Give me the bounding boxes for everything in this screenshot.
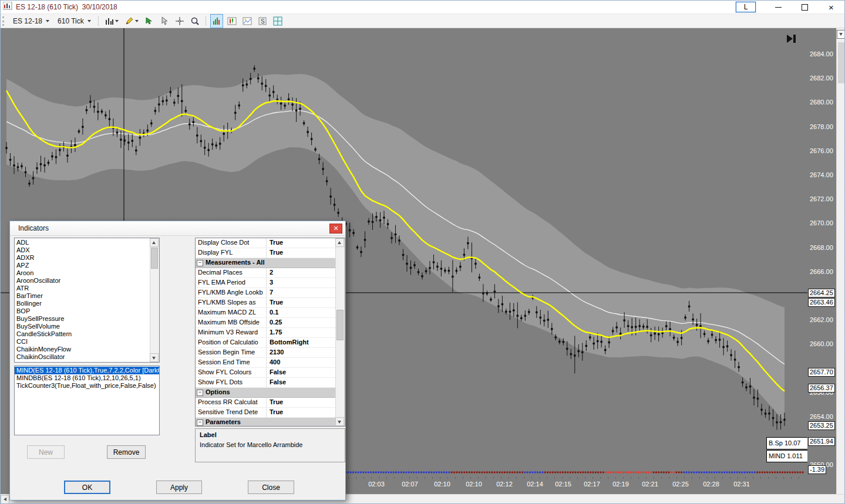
scroll-left-button[interactable] [1,495,9,504]
property-value[interactable]: False [267,378,336,387]
close-button[interactable]: × [818,1,844,13]
property-section-header[interactable]: −Parameters [196,418,336,427]
active-indicator-item[interactable]: TickCounter3(True,Float_with_price,False… [15,382,159,390]
available-indicator-item[interactable]: ChaikinOscillator [15,353,150,361]
scrollbar-thumb[interactable] [151,248,158,269]
available-indicator-item[interactable]: ATR [15,285,150,292]
minimize-button[interactable] [765,1,792,13]
chart-style-icon[interactable] [103,14,120,28]
property-value[interactable]: 7 [267,288,336,297]
property-row[interactable]: Display Close DotTrue [196,238,336,248]
property-row[interactable]: FYL/KMB Angle Lookb7 [196,288,336,298]
available-indicator-item[interactable]: ADX [15,246,150,254]
scroll-up-button[interactable] [150,238,159,247]
toolbar-grip[interactable] [2,16,6,26]
vertical-scrollbar[interactable] [836,28,845,494]
property-value[interactable]: True [267,238,336,248]
property-value[interactable]: 2130 [267,348,336,357]
available-indicators-list[interactable]: ADLADXADXRAPZAroonAroonOscillatorATRBarT… [14,238,160,363]
property-row[interactable]: Maximum MB Offside0.25 [196,318,336,328]
chart-dropdown-button[interactable] [837,30,845,39]
available-indicator-item[interactable]: BuySellVolume [15,323,150,330]
symbol-dropdown[interactable]: ES 12-18 [9,16,53,26]
active-indicator-item[interactable]: MIND(ES 12-18 (610 Tick),True,7,2,2,Colo… [15,367,159,374]
snapshot-icon[interactable] [241,14,254,28]
remove-button[interactable]: Remove [107,445,146,459]
property-value[interactable]: 0.1 [267,308,336,317]
active-indicators-list[interactable]: MIND(ES 12-18 (610 Tick),True,7,2,2,Colo… [14,366,160,435]
session-icon[interactable]: S [256,14,269,28]
collapse-icon[interactable]: − [197,260,203,266]
zoom-icon[interactable] [188,14,201,28]
property-row[interactable]: Session End Time400 [196,358,336,368]
available-indicator-item[interactable]: BOP [15,307,150,315]
collapse-icon[interactable]: − [197,420,203,426]
property-value[interactable]: 1.75 [267,328,336,337]
available-indicator-item[interactable]: Aroon [15,269,150,277]
property-value[interactable]: 2 [267,268,336,278]
property-section-header[interactable]: −Options [196,388,336,398]
property-row[interactable]: Show FYL DotsFalse [196,378,336,388]
property-row[interactable]: Sensitive Trend DeteTrue [196,408,336,418]
draw-arrow-icon[interactable] [143,14,156,28]
property-row[interactable]: Process RR CalculatTrue [196,398,336,408]
scroll-down-button[interactable] [150,353,159,362]
property-row[interactable]: Position of CalculatioBottomRight [196,338,336,348]
property-value[interactable]: True [267,248,336,258]
available-indicator-item[interactable]: ADL [15,239,150,246]
property-value[interactable]: True [267,298,336,307]
scroll-up-button[interactable] [335,238,344,247]
property-value[interactable]: 3 [267,278,336,287]
property-row[interactable]: Display FYLTrue [196,248,336,258]
property-section-header[interactable]: −Measurements - All [196,258,336,268]
dialog-close-x-button[interactable]: ✕ [329,224,342,234]
maximize-button[interactable] [792,1,818,13]
property-value[interactable]: 0.25 [267,318,336,327]
collapse-icon[interactable]: − [197,390,203,396]
property-row[interactable]: Decimal Places2 [196,268,336,278]
property-row[interactable]: FYL EMA Period3 [196,278,336,288]
scrollbar-thumb[interactable] [336,310,344,340]
scroll-down-button[interactable] [335,417,344,426]
available-indicator-item[interactable]: BuySellPressure [15,315,150,323]
property-value[interactable]: 400 [267,358,336,367]
available-indicator-item[interactable]: Bollinger [15,300,150,307]
pointer-icon[interactable] [158,14,171,28]
available-indicator-item[interactable]: CandleStickPattern [15,330,150,338]
new-button[interactable]: New [27,445,65,459]
available-indicator-item[interactable]: CCI [15,338,150,346]
draw-pencil-icon[interactable] [123,14,140,28]
property-value[interactable]: True [267,408,336,417]
property-value[interactable]: BottomRight [267,338,336,347]
dialog-ok-button[interactable]: OK [64,481,110,494]
active-indicator-item[interactable]: MINDBB(ES 12-18 (610 Tick),12,10,26,5,1) [15,374,159,382]
vertical-scrollbar-thumb[interactable] [838,42,844,83]
link-button[interactable]: L [736,2,756,12]
crosshair-icon[interactable] [173,14,186,28]
available-indicator-item[interactable]: APZ [15,262,150,269]
dialog-titlebar[interactable]: Indicators ✕ [10,221,345,236]
property-grid[interactable]: Display Close DotTrueDisplay FYLTrue−Mea… [195,238,345,427]
interval-dropdown[interactable]: 610 Tick [53,16,95,26]
price-axis[interactable]: 2684.002682.002680.002678.002676.002674.… [807,28,836,494]
property-row[interactable]: Session Begin Time2130 [196,348,336,358]
property-row[interactable]: Show FYL ColoursFalse [196,368,336,378]
dialog-close-button[interactable]: Close [248,481,294,494]
property-row[interactable]: FYL/KMB Slopes asTrue [196,298,336,308]
property-row[interactable]: Maximum MACD ZL0.1 [196,308,336,318]
property-row[interactable]: Minimum V3 Reward1.75 [196,328,336,338]
available-indicator-item[interactable]: BarTimer [15,292,150,300]
list-scrollbar[interactable] [150,238,159,362]
grid-layout-icon[interactable] [271,14,284,28]
property-value[interactable]: True [267,398,336,407]
available-indicator-item[interactable]: AroonOscillator [15,277,150,285]
property-value[interactable]: False [267,368,336,377]
available-indicator-item[interactable]: ADXR [15,254,150,262]
time-tick [623,477,624,479]
skip-to-latest-icon[interactable] [786,33,799,47]
dialog-apply-button[interactable]: Apply [156,481,202,494]
candle-image-icon[interactable] [225,14,238,28]
tick-chart-icon[interactable] [210,14,223,28]
available-indicator-item[interactable]: ChaikinMoneyFlow [15,346,150,353]
propgrid-scrollbar[interactable] [335,238,345,426]
